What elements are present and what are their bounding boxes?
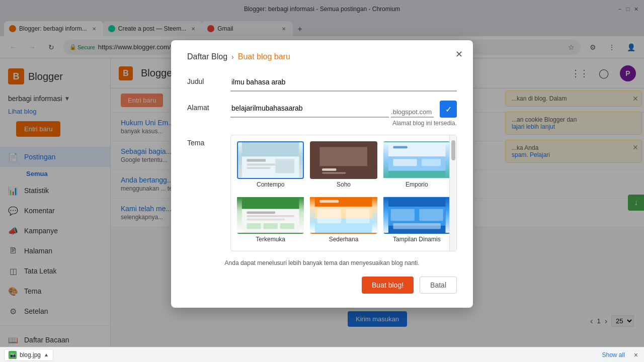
svg-rect-15	[393, 146, 407, 149]
contempo-thumbnail	[237, 141, 304, 179]
svg-rect-5	[275, 159, 294, 173]
dialog-close-button[interactable]: ✕	[452, 47, 466, 61]
svg-rect-3	[247, 164, 275, 166]
svg-rect-16	[242, 197, 299, 209]
breadcrumb-separator: ›	[231, 53, 234, 61]
alamat-input-row: .blogspot.com ✓	[230, 100, 457, 118]
svg-rect-1	[242, 142, 299, 156]
emporio-thumbnail	[383, 141, 450, 179]
svg-rect-2	[247, 159, 266, 162]
scroll-indicator[interactable]	[449, 135, 456, 251]
svg-rect-7	[320, 147, 368, 166]
svg-rect-8	[322, 168, 336, 171]
download-chevron-icon[interactable]: ▲	[44, 352, 49, 357]
scroll-thumb	[451, 140, 455, 160]
judul-field	[230, 73, 457, 92]
themes-container: Contempo Soho	[230, 135, 457, 251]
soho-name: Soho	[310, 181, 377, 188]
theme-terkemuka[interactable]: Terkemuka	[237, 196, 304, 245]
theme-soho[interactable]: Soho	[310, 141, 377, 190]
svg-rect-28	[317, 209, 341, 223]
sederhana-thumbnail	[310, 196, 377, 234]
address-available-text: Alamat blog ini tersedia.	[230, 120, 457, 127]
alamat-field: .blogspot.com ✓ Alamat blog ini tersedia…	[230, 100, 457, 127]
svg-rect-13	[393, 159, 417, 166]
dialog-breadcrumb: Daftar Blog › Buat blog baru	[187, 52, 457, 61]
close-bottom-bar-button[interactable]: ×	[632, 350, 640, 360]
show-all-button[interactable]: Show all	[599, 350, 627, 359]
svg-rect-23	[280, 223, 294, 229]
svg-rect-21	[247, 223, 261, 229]
svg-rect-18	[247, 211, 275, 214]
bottom-bar: 📷 blog.jpg ▲ Show all ×	[0, 347, 644, 362]
svg-rect-4	[247, 167, 270, 169]
soho-thumbnail	[310, 141, 377, 179]
terkemuka-name: Terkemuka	[237, 236, 304, 243]
dialog-actions: Buat blog! Batal	[187, 277, 457, 294]
sederhana-name: Sederhana	[310, 236, 377, 243]
scroll-track	[450, 135, 456, 251]
file-type-icon: 📷	[9, 351, 17, 359]
svg-rect-33	[419, 209, 443, 221]
bottom-bar-right: Show all ×	[599, 350, 640, 360]
alamat-label: Alamat	[187, 100, 222, 112]
create-blog-dialog: ✕ Daftar Blog › Buat blog baru Judul Ala…	[171, 40, 473, 308]
theme-sederhana[interactable]: Sederhana	[310, 196, 377, 245]
alamat-form-row: Alamat .blogspot.com ✓ Alamat blog ini t…	[187, 100, 457, 127]
svg-rect-14	[422, 159, 441, 166]
svg-rect-32	[390, 209, 414, 221]
svg-rect-12	[388, 171, 446, 178]
contempo-name: Contempo	[237, 181, 304, 188]
tema-form-row: Tema	[187, 135, 457, 251]
check-address-button[interactable]: ✓	[440, 101, 457, 118]
svg-rect-22	[263, 223, 277, 229]
cancel-button[interactable]: Batal	[420, 277, 457, 294]
svg-rect-9	[322, 172, 346, 174]
svg-rect-34	[393, 223, 441, 229]
judul-input[interactable]	[230, 73, 457, 92]
create-blog-button[interactable]: Buat blog!	[362, 277, 414, 294]
blogspot-suffix: .blogspot.com	[391, 100, 434, 118]
theme-emporio[interactable]: Emporio	[383, 141, 450, 190]
judul-form-row: Judul	[187, 73, 457, 92]
theme-dinamis[interactable]: Tampilan Dinamis	[383, 196, 450, 245]
judul-label: Judul	[187, 73, 222, 85]
theme-hint: Anda dapat menelusuri lebih banyak tema …	[187, 259, 457, 266]
tema-label: Tema	[187, 135, 222, 147]
svg-rect-10	[388, 142, 446, 156]
download-item: 📷 blog.jpg ▲	[4, 349, 53, 361]
emporio-name: Emporio	[383, 181, 450, 188]
svg-rect-29	[346, 209, 370, 223]
svg-rect-20	[247, 219, 285, 221]
terkemuka-thumbnail	[237, 196, 304, 234]
alamat-input[interactable]	[230, 100, 389, 118]
dinamis-thumbnail	[383, 196, 450, 234]
svg-rect-19	[247, 215, 294, 217]
themes-grid: Contempo Soho	[231, 135, 456, 251]
breadcrumb-current: Buat blog baru	[238, 52, 290, 61]
svg-rect-27	[320, 200, 339, 203]
theme-contempo[interactable]: Contempo	[237, 141, 304, 190]
dinamis-name: Tampilan Dinamis	[383, 236, 450, 243]
dialog-overlay: ✕ Daftar Blog › Buat blog baru Judul Ala…	[0, 0, 644, 362]
download-filename: blog.jpg	[20, 351, 41, 358]
breadcrumb-daftar-blog[interactable]: Daftar Blog	[187, 52, 227, 61]
